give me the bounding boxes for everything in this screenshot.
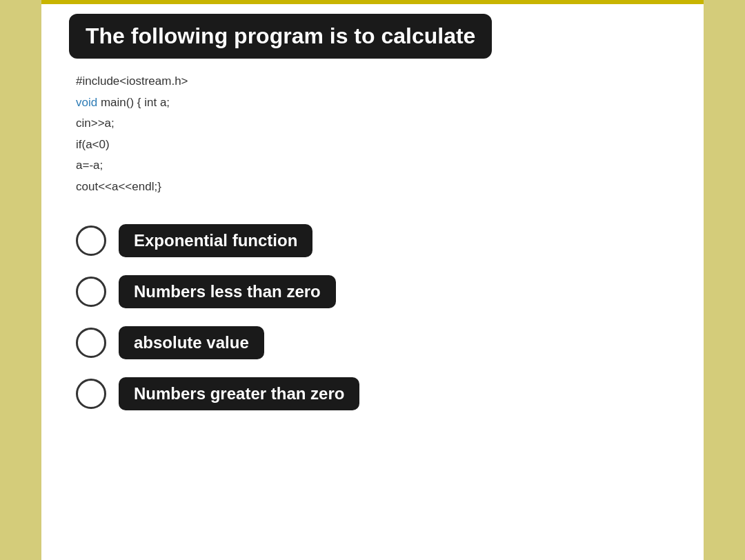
- radio-option-c[interactable]: [76, 328, 106, 358]
- code-line-6: cout<<a<<endl;}: [76, 177, 676, 198]
- radio-option-b[interactable]: [76, 277, 106, 307]
- code-keyword-void: void: [76, 96, 97, 109]
- question-title: The following program is to calculate: [69, 14, 492, 59]
- code-text-2: main() { int a;: [101, 96, 170, 109]
- option-row-b: Numbers less than zero: [76, 270, 676, 314]
- code-text-4: if(a<0): [76, 138, 110, 151]
- code-text-1: #include<iostream.h>: [76, 74, 188, 88]
- option-row-d: Numbers greater than zero: [76, 372, 676, 416]
- option-row-a: Exponential function: [76, 219, 676, 263]
- option-label-b: Numbers less than zero: [119, 275, 336, 308]
- code-text-6: cout<<a<<endl;}: [76, 180, 161, 193]
- code-line-3: cin>>a;: [76, 113, 676, 134]
- option-label-a: Exponential function: [119, 224, 312, 257]
- top-accent-bar: [41, 0, 704, 4]
- option-label-d: Numbers greater than zero: [119, 377, 359, 410]
- code-line-4: if(a<0): [76, 134, 676, 156]
- code-line-2: void main() { int a;: [76, 92, 676, 114]
- option-row-c: absolute value: [76, 321, 676, 365]
- code-text-3: cin>>a;: [76, 117, 115, 130]
- code-block: #include<iostream.h> void main() { int a…: [69, 71, 676, 198]
- option-label-c: absolute value: [119, 326, 264, 359]
- radio-option-a[interactable]: [76, 226, 106, 256]
- options-container: Exponential function Numbers less than z…: [69, 219, 676, 416]
- radio-option-d[interactable]: [76, 379, 106, 409]
- code-line-5: a=-a;: [76, 155, 676, 177]
- code-text-5: a=-a;: [76, 159, 103, 172]
- main-content: The following program is to calculate #i…: [41, 0, 704, 560]
- code-line-1: #include<iostream.h>: [76, 71, 676, 92]
